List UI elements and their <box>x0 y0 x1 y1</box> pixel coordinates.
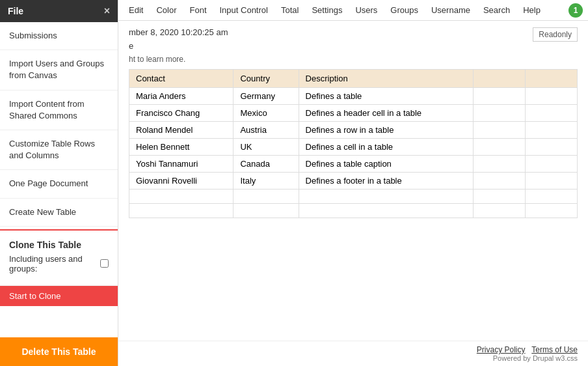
clone-section: Clone This Table Including users and gro… <box>0 233 118 286</box>
table-cell-col4 <box>474 122 526 139</box>
menu-item-color[interactable]: Color <box>151 3 181 18</box>
sidebar-item-import-users[interactable]: Import Users and Groups from Canvas <box>0 50 118 90</box>
table-cell-col4 <box>474 105 526 122</box>
content-area: mber 8, 2020 10:20:25 am e Readonly ht t… <box>118 21 588 341</box>
clone-checkbox-row: Including users and groups: <box>9 254 109 274</box>
table-cell-description: Defines a cell in a table <box>299 139 473 156</box>
table-cell-description: Defines a header cell in a table <box>299 105 473 122</box>
table-cell-contact: Yoshi Tannamuri <box>129 156 234 173</box>
table-cell-description: Defines a table caption <box>299 156 473 173</box>
table-header-row: Contact Country Description <box>129 70 578 88</box>
table-cell-col4 <box>474 156 526 173</box>
table-cell-country: Mexico <box>234 105 299 122</box>
content-footer: Privacy Policy Terms of Use Powered by D… <box>118 341 588 366</box>
empty-cell <box>299 204 473 218</box>
empty-cell <box>234 204 299 218</box>
table-cell-col5 <box>526 139 578 156</box>
menu-item-input-control[interactable]: Input Control <box>215 3 273 18</box>
table-cell-col4 <box>474 88 526 105</box>
privacy-policy-link[interactable]: Privacy Policy <box>477 345 526 354</box>
empty-cell <box>474 190 526 204</box>
sidebar-divider <box>0 229 118 231</box>
table-row: Roland MendelAustriaDefines a row in a t… <box>129 122 578 139</box>
table-cell-country: Italy <box>234 173 299 190</box>
start-clone-button[interactable]: Start to Clone <box>0 286 118 306</box>
readonly-badge: Readonly <box>533 27 578 42</box>
menu-item-font[interactable]: Font <box>184 3 211 18</box>
sidebar-item-customize-table[interactable]: Customize Table Rows and Columns <box>0 130 118 170</box>
menu-item-users[interactable]: Users <box>350 3 382 18</box>
table-cell-contact: Roland Mendel <box>129 122 234 139</box>
table-cell-description: Defines a row in a table <box>299 122 473 139</box>
clone-checkbox-label: Including users and groups: <box>9 254 96 274</box>
powered-by: Powered by Drupal w3.css <box>129 354 578 362</box>
table-cell-country: Canada <box>234 156 299 173</box>
table-cell-col4 <box>474 139 526 156</box>
menu-item-username[interactable]: Username <box>426 3 475 18</box>
data-table: Contact Country Description Maria Anders… <box>129 69 578 218</box>
empty-cell <box>234 190 299 204</box>
sidebar-item-import-content[interactable]: Import Content from Shared Commons <box>0 91 118 130</box>
table-cell-description: Defines a table <box>299 88 473 105</box>
menu-item-groups[interactable]: Groups <box>385 3 423 18</box>
clone-title: Clone This Table <box>9 240 109 250</box>
table-cell-col5 <box>526 105 578 122</box>
table-cell-contact: Helen Bennett <box>129 139 234 156</box>
table-cell-description: Defines a footer in a table <box>299 173 473 190</box>
table-cell-country: Germany <box>234 88 299 105</box>
content-subtitle: e <box>129 41 578 51</box>
table-cell-col5 <box>526 156 578 173</box>
sidebar-bottom: Delete This Table <box>0 337 118 366</box>
empty-cell <box>526 204 578 218</box>
sidebar-item-create-new[interactable]: Create New Table <box>0 199 118 227</box>
col-header-description: Description <box>299 70 473 88</box>
sidebar: File × Submissions Import Users and Grou… <box>0 0 118 366</box>
footer-links: Privacy Policy Terms of Use <box>129 345 578 354</box>
table-cell-col5 <box>526 122 578 139</box>
table-row: Giovanni RovelliItalyDefines a footer in… <box>129 173 578 190</box>
notification-badge[interactable]: 1 <box>568 3 583 18</box>
close-icon[interactable]: × <box>104 5 110 17</box>
menu-item-settings[interactable]: Settings <box>306 3 347 18</box>
empty-cell <box>299 190 473 204</box>
table-cell-country: Austria <box>234 122 299 139</box>
table-row: Yoshi TannamuriCanadaDefines a table cap… <box>129 156 578 173</box>
table-cell-contact: Maria Anders <box>129 88 234 105</box>
main-content: Edit Color Font Input Control Total Sett… <box>118 0 588 366</box>
delete-table-button[interactable]: Delete This Table <box>0 337 118 366</box>
col-header-contact: Contact <box>129 70 234 88</box>
table-row-empty <box>129 190 578 204</box>
sidebar-title: File <box>8 6 23 16</box>
menu-item-search[interactable]: Search <box>478 3 515 18</box>
sidebar-header: File × <box>0 0 118 22</box>
start-clone-wrapper: Start to Clone <box>0 286 118 311</box>
col-header-5 <box>526 70 578 88</box>
content-date: mber 8, 2020 10:20:25 am <box>129 27 578 37</box>
table-cell-col4 <box>474 173 526 190</box>
col-header-4 <box>474 70 526 88</box>
clone-checkbox[interactable] <box>100 259 109 268</box>
table-cell-contact: Giovanni Rovelli <box>129 173 234 190</box>
sidebar-item-submissions[interactable]: Submissions <box>0 22 118 50</box>
table-row: Helen BennettUKDefines a cell in a table <box>129 139 578 156</box>
empty-cell <box>129 204 234 218</box>
col-header-country: Country <box>234 70 299 88</box>
table-row-empty <box>129 204 578 218</box>
menubar: Edit Color Font Input Control Total Sett… <box>118 0 588 21</box>
table-body: Maria AndersGermanyDefines a tableFranci… <box>129 88 578 218</box>
table-row: Francisco ChangMexicoDefines a header ce… <box>129 105 578 122</box>
menu-item-edit[interactable]: Edit <box>124 3 148 18</box>
empty-cell <box>526 190 578 204</box>
menu-item-total[interactable]: Total <box>276 3 304 18</box>
empty-cell <box>129 190 234 204</box>
terms-of-use-link[interactable]: Terms of Use <box>531 345 578 354</box>
table-cell-country: UK <box>234 139 299 156</box>
table-cell-col5 <box>526 88 578 105</box>
sidebar-item-one-page[interactable]: One Page Document <box>0 170 118 198</box>
menu-item-help[interactable]: Help <box>518 3 546 18</box>
empty-cell <box>474 204 526 218</box>
table-row: Maria AndersGermanyDefines a table <box>129 88 578 105</box>
table-cell-col5 <box>526 173 578 190</box>
table-cell-contact: Francisco Chang <box>129 105 234 122</box>
learn-more-text: ht to learn more. <box>129 55 578 64</box>
